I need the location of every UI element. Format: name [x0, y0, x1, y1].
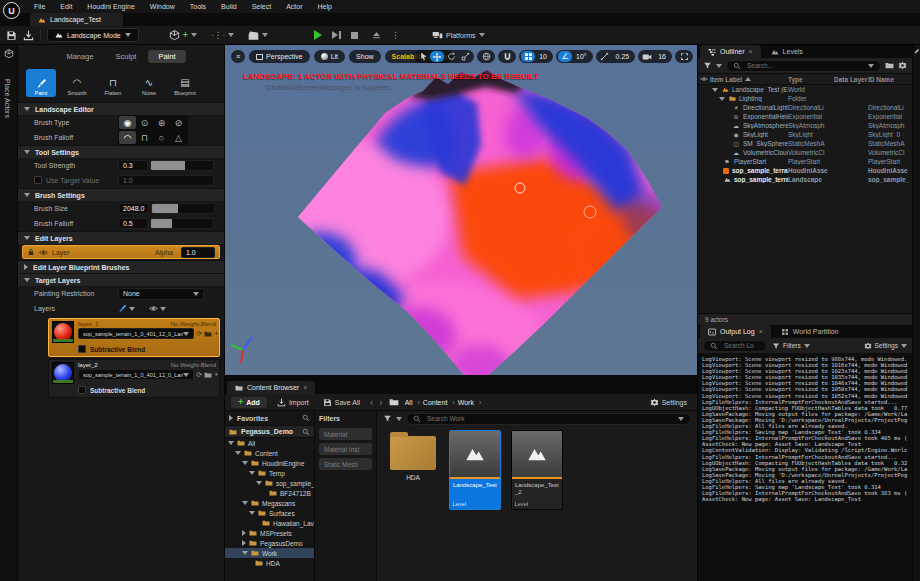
edit-layer-row[interactable]: Layer Alpha 1.0: [22, 245, 220, 259]
breadcrumb-work[interactable]: Work: [458, 399, 482, 406]
blueprints-button[interactable]: ∙⋮∙: [207, 28, 238, 42]
tool-strength-value[interactable]: 0.3: [118, 160, 148, 171]
camera-speed-value[interactable]: 16: [654, 53, 670, 60]
viewport-3d[interactable]: ≡ Perspective Lit Show Scalability: High: [225, 45, 697, 380]
tool-paint[interactable]: Paint: [26, 69, 56, 97]
outliner-row-heightfog[interactable]: ≋ExponentialHeightFog ExponentialExponen…: [698, 112, 912, 121]
tree-item-temp[interactable]: Temp: [225, 468, 314, 478]
tab-manage[interactable]: Manage: [56, 50, 103, 63]
new-folder-icon[interactable]: [885, 61, 894, 70]
section-landscape-editor[interactable]: Landscape Editor: [18, 102, 224, 115]
log-search[interactable]: [703, 340, 767, 352]
brush-type-alpha[interactable]: ⊛: [153, 116, 170, 129]
tree-item-pegasusdemo[interactable]: PegasusDemo: [225, 538, 314, 548]
col-id-name[interactable]: ID Name: [868, 76, 912, 83]
layer-card-2[interactable]: layer_2 No Weight-Blend sop_sample_terra…: [48, 359, 220, 398]
tab-sculpt[interactable]: Sculpt: [106, 50, 147, 63]
outliner-tab[interactable]: Outliner ×: [700, 45, 761, 58]
tree-item-mspresets[interactable]: MSPresets: [225, 528, 314, 538]
add-button[interactable]: +Add: [231, 397, 267, 408]
add-actor-button[interactable]: +: [165, 28, 201, 43]
scale-snap-value[interactable]: 0.25: [612, 53, 634, 60]
forward-button[interactable]: ›: [379, 397, 382, 408]
tree-item-work[interactable]: Work: [225, 548, 314, 558]
layers-visibility-menu[interactable]: [149, 304, 166, 313]
asset-search[interactable]: [406, 413, 691, 425]
outliner-row-landscape[interactable]: sop_sample_terrain_1_0_ Landscapesop_sam…: [698, 175, 912, 184]
menu-build[interactable]: Build: [221, 3, 237, 10]
outliner-search-input[interactable]: [745, 61, 864, 70]
menu-tools[interactable]: Tools: [190, 3, 206, 10]
close-icon[interactable]: ×: [749, 48, 753, 55]
content-browser-tab[interactable]: Content Browser ×: [227, 381, 315, 394]
tree-search-icon[interactable]: [302, 428, 310, 436]
brush-falloff-value[interactable]: 0.5: [118, 218, 148, 229]
falloff-tip[interactable]: △: [170, 131, 187, 144]
levels-tab[interactable]: Levels: [763, 45, 811, 58]
outliner-filter-funnel-icon[interactable]: [703, 61, 712, 70]
col-item-label[interactable]: Item Label: [710, 76, 788, 83]
section-tool-settings[interactable]: Tool Settings: [18, 145, 224, 158]
frame-skip-button[interactable]: [332, 31, 341, 39]
move-tool[interactable]: [430, 51, 444, 62]
world-partition-tab[interactable]: World Partition: [773, 325, 847, 338]
outliner-row-world[interactable]: Landscape_Test (Editor) World: [698, 85, 912, 94]
path-folder-icon[interactable]: [389, 397, 399, 407]
visibility-column-icon[interactable]: [700, 75, 708, 83]
outliner-row-skylight[interactable]: ◉SkyLight SkyLightSkyLight_0: [698, 130, 912, 139]
edit-layout-pencil-icon[interactable]: [914, 48, 920, 54]
editor-mode-dropdown[interactable]: Landscape Mode: [47, 28, 139, 42]
tree-item-all[interactable]: All: [225, 438, 314, 448]
menu-file[interactable]: File: [34, 3, 45, 10]
painting-restriction-dropdown[interactable]: None: [118, 288, 204, 300]
layer2-subtractive-checkbox[interactable]: [78, 386, 86, 394]
layer1-assign-icon[interactable]: [204, 329, 212, 337]
section-brush-settings[interactable]: Brush Settings: [18, 188, 224, 201]
grid-snap-value[interactable]: 10: [535, 53, 551, 60]
layer2-thumbnail[interactable]: [52, 362, 74, 384]
rotation-snap-value[interactable]: 10°: [572, 53, 591, 60]
favorites-search-icon[interactable]: [302, 414, 310, 422]
layer1-asset-dropdown[interactable]: sop_sample_terrain_1_0_401_12_0_Lan: [78, 328, 194, 339]
play-options-icon[interactable]: ⋮: [391, 30, 400, 40]
log-filters-dropdown[interactable]: Filters: [772, 342, 810, 350]
camera-speed-control[interactable]: 16: [638, 50, 672, 63]
brush-falloff-slider[interactable]: [150, 218, 214, 229]
tab-landscape-test[interactable]: Landscape_Test: [30, 13, 123, 26]
layer-card-1[interactable]: layer_1 No Weight-Blend sop_sample_terra…: [48, 318, 220, 357]
tool-flatten[interactable]: ⊓ Flatten: [98, 69, 128, 97]
lit-dropdown[interactable]: Lit: [314, 50, 345, 63]
eject-button[interactable]: [368, 29, 385, 42]
place-actors-tab[interactable]: Place Actors: [4, 79, 11, 118]
place-actors-icon[interactable]: [4, 49, 14, 59]
tool-noise[interactable]: ∿ Noise: [134, 69, 164, 97]
scale-snap-control[interactable]: 0.25: [596, 50, 636, 63]
brush-size-slider[interactable]: [151, 203, 215, 214]
layer2-refresh-icon[interactable]: ⟳: [196, 371, 202, 379]
save-all-button[interactable]: Save All: [319, 396, 364, 409]
outliner-row-directionallight[interactable]: ☀DirectionalLight DirectionalLiDirection…: [698, 103, 912, 112]
outliner-row-houdini-asset[interactable]: sop_sample_terrain_1_0 HoudiniAsseHoudin…: [698, 166, 912, 175]
favorites-header[interactable]: Favorites: [225, 411, 314, 425]
tree-item-bf24712b[interactable]: BF24712B: [225, 488, 314, 498]
eye-icon[interactable]: [39, 248, 48, 257]
log-settings-dropdown[interactable]: Settings: [864, 342, 908, 350]
outliner-row-skyatmosphere[interactable]: ☁SkyAtmosphere SkyAtmosphSkyAtmosph: [698, 121, 912, 130]
save-icon[interactable]: [6, 30, 17, 41]
col-data-layer[interactable]: Data Layer: [834, 76, 868, 83]
outliner-row-playerstart[interactable]: ⚑PlayerStart PlayerStartPlayerStart_: [698, 157, 912, 166]
asset-folder-hda[interactable]: HDA: [387, 430, 439, 481]
tool-smooth[interactable]: ◠ Smooth: [62, 69, 92, 97]
filter-chip-static-mesh[interactable]: Static Mesh: [319, 458, 372, 470]
show-dropdown[interactable]: Show: [349, 50, 381, 63]
breadcrumb-content[interactable]: Content: [423, 399, 455, 406]
filter-chip-material-inst[interactable]: Material Inst: [319, 443, 372, 455]
section-edit-layer-bp[interactable]: Edit Layer Blueprint Brushes: [18, 260, 224, 273]
asset-search-input[interactable]: [425, 414, 674, 423]
select-tool[interactable]: [416, 51, 430, 62]
grid-snap-control[interactable]: 10: [519, 50, 553, 63]
menu-edit[interactable]: Edit: [60, 3, 72, 10]
falloff-linear[interactable]: ⊓: [136, 131, 153, 144]
menu-window[interactable]: Window: [150, 3, 175, 10]
close-icon[interactable]: ×: [759, 328, 763, 335]
